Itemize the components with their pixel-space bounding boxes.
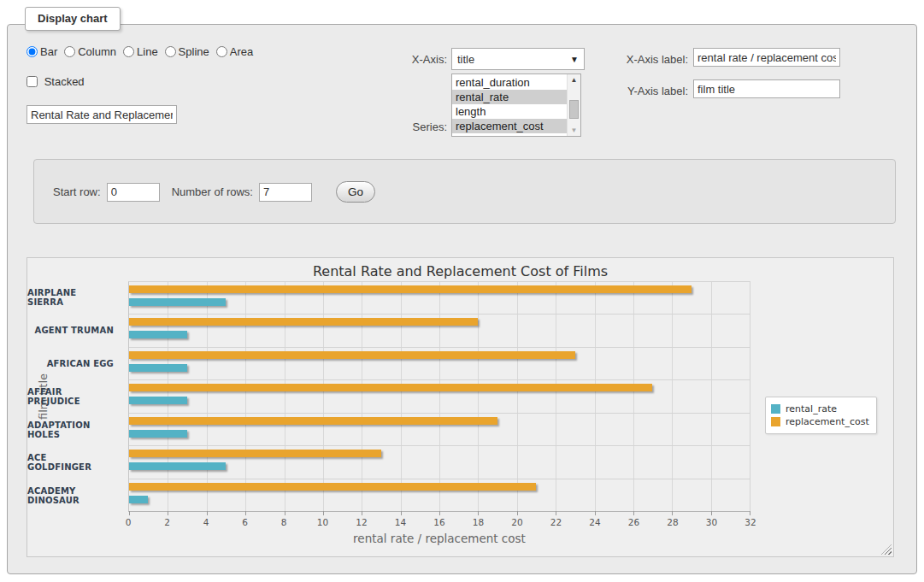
display-chart-fieldset: Display chart BarColumnLineSplineArea St… (7, 24, 917, 574)
chart-legend: rental_ratereplacement_cost (765, 397, 877, 434)
x-tick-label: 6 (242, 517, 248, 527)
bar-group (129, 446, 750, 479)
bar-replacement_cost (129, 384, 652, 391)
tick-mark (439, 511, 440, 515)
scroll-down-icon[interactable]: ▼ (568, 126, 580, 134)
chart-type-radio-spline[interactable] (165, 46, 176, 57)
series-option-rental_duration[interactable]: rental_duration (452, 75, 567, 90)
x-tick-label: 8 (281, 517, 287, 527)
tick-mark (245, 511, 246, 515)
category-label: ACADEMY DINOSAUR (27, 479, 121, 512)
bar-replacement_cost (129, 351, 575, 359)
chart-title-input[interactable] (26, 105, 177, 124)
tick-mark (633, 511, 634, 515)
category-label: AGENT TRUMAN (27, 315, 121, 348)
x-tick-label: 10 (317, 517, 328, 527)
bar-rental_rate (129, 397, 187, 404)
chevron-down-icon: ▼ (570, 55, 579, 64)
x-tick-label: 16 (433, 517, 444, 527)
x-axis-label-label: X-Axis label: (604, 53, 688, 66)
x-tick-label: 14 (395, 517, 406, 527)
chart-title: Rental Rate and Replacement Cost of Film… (27, 263, 893, 279)
bar-rental_rate (129, 496, 148, 503)
stacked-label[interactable]: Stacked (26, 75, 85, 88)
tick-mark (556, 511, 556, 515)
tick-mark (207, 511, 208, 515)
x-tick-label: 20 (511, 517, 522, 527)
tick-mark (711, 511, 712, 515)
series-listbox-options: rental_durationrental_ratelengthreplacem… (452, 74, 567, 136)
chart-type-column[interactable]: Column (64, 45, 116, 58)
plot-area (128, 281, 750, 512)
chart-type-bar[interactable]: Bar (26, 45, 57, 58)
category-label: ADAPTATION HOLES (27, 413, 121, 446)
x-axis-tick-labels: 02468101214161820222426283032 (128, 517, 750, 529)
fieldset-legend: Display chart (25, 7, 121, 31)
x-axis-select-label: X-Axis: (372, 53, 447, 66)
series-option-length[interactable]: length (452, 104, 567, 119)
legend-swatch (771, 404, 780, 414)
y-axis-label-input[interactable] (693, 79, 840, 98)
chart-type-line[interactable]: Line (123, 45, 158, 58)
resize-grip-icon[interactable] (881, 544, 892, 555)
x-axis-label-input[interactable] (693, 48, 840, 67)
bar-group (129, 414, 750, 446)
bar-group (129, 380, 750, 413)
x-tick-label: 30 (706, 517, 717, 527)
page: Display chart BarColumnLineSplineArea St… (0, 0, 924, 582)
tick-mark (323, 511, 324, 515)
series-option-rental_rate[interactable]: rental_rate (452, 90, 567, 104)
legend-label: replacement_cost (786, 416, 869, 427)
start-row-label: Start row: (53, 185, 101, 198)
x-axis-select[interactable]: title ▼ (451, 48, 585, 70)
bar-rental_rate (129, 430, 187, 438)
chart-type-spline[interactable]: Spline (165, 45, 209, 58)
listbox-scrollbar[interactable]: ▲ ▼ (567, 74, 580, 136)
x-tick-label: 32 (744, 517, 756, 527)
tick-mark (517, 511, 518, 515)
row-controls-panel: Start row: Number of rows: Go (33, 159, 896, 224)
tick-mark (129, 511, 130, 515)
series-label: Series: (372, 121, 447, 133)
bar-rental_rate (129, 364, 187, 372)
x-tick-label: 24 (589, 517, 600, 527)
legend-item-replacement_cost[interactable]: replacement_cost (771, 416, 869, 427)
x-tick-label: 22 (550, 517, 562, 527)
start-row-input[interactable] (107, 183, 160, 202)
chart-type-radio-line[interactable] (123, 46, 134, 57)
bar-replacement_cost (129, 285, 692, 293)
tick-mark (478, 511, 479, 515)
tick-mark (750, 511, 750, 515)
go-button[interactable]: Go (336, 181, 375, 203)
chart-container: Rental Rate and Replacement Cost of Film… (26, 257, 894, 557)
chart-category-labels: AIRPLANE SIERRAAGENT TRUMANAFRICAN EGGAF… (27, 281, 121, 512)
x-tick-label: 4 (203, 517, 209, 527)
category-label: AFRICAN EGG (27, 347, 121, 380)
tick-mark (595, 511, 596, 515)
legend-swatch (771, 417, 780, 426)
x-tick-label: 28 (667, 517, 678, 527)
legend-item-rental_rate[interactable]: rental_rate (771, 403, 869, 414)
stacked-checkbox[interactable] (26, 76, 38, 87)
bar-rental_rate (129, 331, 187, 338)
number-of-rows-input[interactable] (259, 183, 312, 202)
bar-group (129, 348, 750, 380)
tick-mark (362, 511, 362, 515)
chart-type-area[interactable]: Area (216, 45, 253, 58)
series-option-replacement_cost[interactable]: replacement_cost (452, 119, 567, 133)
scrollbar-thumb[interactable] (569, 100, 579, 119)
row-controls: Start row: Number of rows: Go (53, 181, 375, 203)
scroll-up-icon[interactable]: ▲ (568, 76, 580, 84)
chart-type-radio-area[interactable] (216, 46, 227, 57)
tick-mark (672, 511, 673, 515)
chart-type-radio-column[interactable] (64, 46, 75, 57)
x-tick-label: 18 (473, 517, 484, 527)
y-axis-label-label: Y-Axis label: (604, 85, 688, 97)
bar-replacement_cost (129, 417, 497, 425)
series-listbox[interactable]: rental_durationrental_ratelengthreplacem… (451, 73, 581, 137)
tick-mark (285, 511, 285, 515)
bar-group (129, 282, 750, 315)
chart-type-group: BarColumnLineSplineArea (26, 45, 260, 58)
chart-type-radio-bar[interactable] (26, 46, 38, 57)
x-tick-label: 0 (126, 517, 132, 527)
